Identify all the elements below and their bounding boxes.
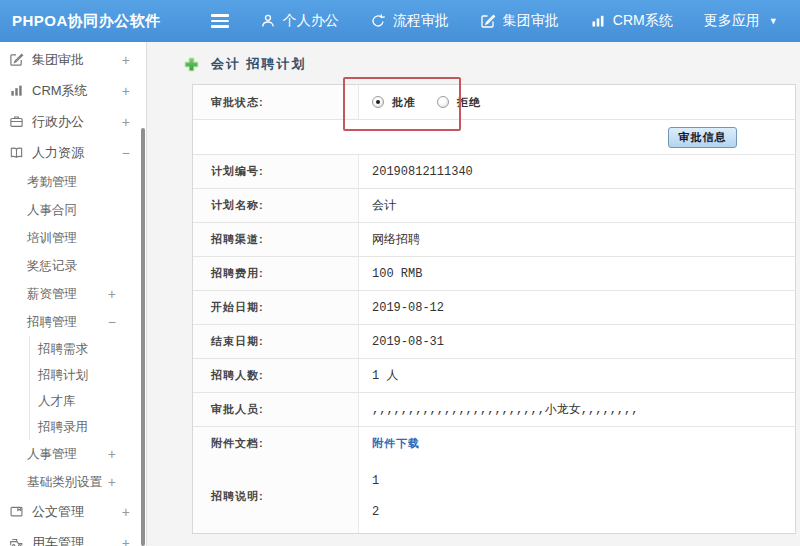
sidebar-item-recruit-plan[interactable]: 招聘计划 [29,362,146,388]
approval-radio-group: 批准 拒绝 [372,95,502,110]
expand-toggle-icon[interactable]: − [108,315,116,329]
edit-square-icon [480,13,496,29]
field-label: 附件文档: [193,427,359,460]
plan-no-value: 20190812111340 [372,165,473,179]
caret-down-icon: ▼ [769,17,778,26]
field-label: 结束日期: [193,325,359,358]
field-label: 开始日期: [193,291,359,324]
radio-approve-selected[interactable] [372,96,384,108]
expand-toggle-icon[interactable]: + [108,447,116,461]
sidebar-item-label: 奖惩记录 [27,258,77,275]
plan-name-value: 会计 [372,197,396,214]
sidebar-item-document-mgmt[interactable]: 公文管理 + [0,496,146,527]
nav-item-label: 流程审批 [393,12,449,30]
sidebar-item-human-resources[interactable]: 人力资源 − [0,137,146,168]
expand-toggle-icon[interactable]: + [122,53,130,67]
sidebar-item-label: 招聘需求 [38,341,88,358]
expand-toggle-icon[interactable]: + [108,287,116,301]
radio-option-approve: 批准 [372,95,437,110]
field-label: 审批人员: [193,393,359,426]
sidebar-item-recruit-demand[interactable]: 招聘需求 [29,336,146,362]
field-rows: 计划编号: 20190812111340 计划名称: 会计 招聘渠道: 网络招聘… [193,155,795,460]
edit-square-icon [9,52,25,67]
expand-toggle-icon[interactable]: + [122,115,130,129]
sidebar-item-crm-system[interactable]: CRM系统 + [0,75,146,106]
sidebar-item-label: 招聘录用 [38,419,88,436]
sidebar-item-label: 用车管理 [32,534,84,546]
nav-item-more-apps[interactable]: 更多应用 ▼ [704,12,778,30]
expand-toggle-icon[interactable]: + [108,475,116,489]
table-row-recruit-count: 招聘人数: 1 人 [193,359,795,393]
expand-toggle-icon[interactable]: − [122,146,130,160]
sidebar-item-salary-mgmt[interactable]: 薪资管理 + [0,280,146,308]
approval-button-row: 审批信息 [193,120,795,155]
table-row-start-date: 开始日期: 2019-08-12 [193,291,795,325]
sidebar-item-base-category-settings[interactable]: 基础类别设置 + [0,468,146,496]
sidebar-item-attendance-mgmt[interactable]: 考勤管理 [0,168,146,196]
nav-item-label: 个人办公 [283,12,339,30]
description-line: 2 [372,497,379,528]
sidebar-item-talent-pool[interactable]: 人才库 [29,388,146,414]
nav-item-group-approval[interactable]: 集团审批 [480,12,559,30]
end-date-value: 2019-08-31 [372,335,444,349]
table-row-attachment: 附件文档: 附件下载 [193,427,795,460]
briefcase-icon [9,114,25,129]
field-label: 招聘费用: [193,257,359,290]
document-icon [9,504,25,519]
nav-item-personal-office[interactable]: 个人办公 [260,12,339,30]
field-label: 招聘说明: [193,460,359,533]
plus-icon [184,57,199,72]
nav-item-label: 更多应用 [704,12,760,30]
page-title: 会计 招聘计划 [211,55,307,73]
recruit-count-value: 1 人 [372,367,398,384]
expand-toggle-icon[interactable]: + [122,84,130,98]
sidebar-item-label: 人力资源 [32,144,84,162]
recruit-channel-value: 网络招聘 [372,231,420,248]
attachment-download-link[interactable]: 附件下载 [372,436,420,451]
sidebar: 集团审批 + CRM系统 + 行政办公 + 人力资源 − 考勤管理 人事合同 培… [0,42,147,546]
sidebar-item-group-approval[interactable]: 集团审批 + [0,44,146,75]
sidebar-item-label: 培训管理 [27,230,77,247]
nav-item-workflow-approval[interactable]: 流程审批 [370,12,449,30]
sidebar-item-hr-contract[interactable]: 人事合同 [0,196,146,224]
sidebar-menu: 集团审批 + CRM系统 + 行政办公 + 人力资源 − 考勤管理 人事合同 培… [0,42,146,546]
sidebar-scrollbar[interactable] [141,128,145,546]
sidebar-item-recruit-mgmt[interactable]: 招聘管理 − [0,308,146,336]
nav-item-label: CRM系统 [613,12,673,30]
top-navbar: PHPOA协同办公软件 个人办公 流程审批 集团审批 CRM系统 更多应用 ▼ [0,0,800,42]
nav-item-label: 集团审批 [503,12,559,30]
sidebar-item-reward-punish-records[interactable]: 奖惩记录 [0,252,146,280]
sidebar-item-admin-office[interactable]: 行政办公 + [0,106,146,137]
table-row-recruit-cost: 招聘费用: 100 RMB [193,257,795,291]
expand-toggle-icon[interactable]: + [122,505,130,519]
radio-reject[interactable] [437,96,449,108]
sidebar-item-personnel-mgmt[interactable]: 人事管理 + [0,440,146,468]
field-label: 招聘人数: [193,359,359,392]
field-label: 招聘渠道: [193,223,359,256]
field-label: 计划编号: [193,155,359,188]
start-date-value: 2019-08-12 [372,301,444,315]
sidebar-item-label: 人事合同 [27,202,77,219]
nav-item-crm-system[interactable]: CRM系统 [590,12,673,30]
table-row-end-date: 结束日期: 2019-08-31 [193,325,795,359]
detail-table: 审批状态: 批准 拒绝 审批信息 计划编号: 20190812111340 计划… [192,84,796,534]
sidebar-item-recruit-hiring[interactable]: 招聘录用 [29,414,146,440]
approval-status-row: 审批状态: 批准 拒绝 [193,85,795,120]
field-label: 审批状态: [193,85,359,119]
recruit-cost-value: 100 RMB [372,267,422,281]
description-row: 招聘说明: 12 [193,460,795,533]
expand-toggle-icon[interactable]: + [122,536,130,546]
sidebar-item-label: 人才库 [38,393,76,410]
sidebar-item-label: 公文管理 [32,503,84,521]
table-row-recruit-channel: 招聘渠道: 网络招聘 [193,223,795,257]
sidebar-item-vehicle-mgmt[interactable]: 用车管理 + [0,527,146,546]
approval-info-button[interactable]: 审批信息 [668,127,737,148]
sidebar-item-training-mgmt[interactable]: 培训管理 [0,224,146,252]
sidebar-item-label: 行政办公 [32,113,84,131]
sidebar-item-label: 薪资管理 [27,286,77,303]
sidebar-item-label: 基础类别设置 [27,474,102,491]
field-label: 计划名称: [193,189,359,222]
book-icon [9,145,25,160]
hamburger-icon[interactable] [211,14,229,28]
sidebar-item-label: 集团审批 [32,51,84,69]
